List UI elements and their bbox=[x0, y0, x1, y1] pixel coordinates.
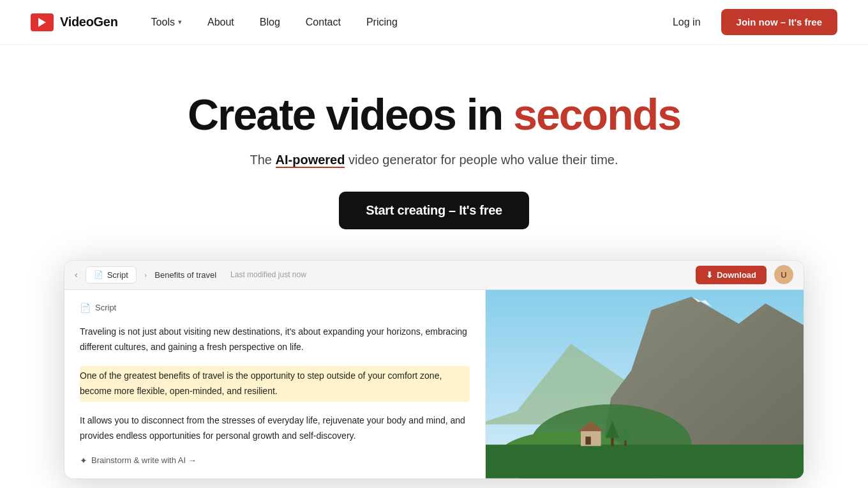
media-panel bbox=[486, 290, 804, 478]
window-body: 📄 Script Traveling is not just about vis… bbox=[64, 290, 804, 478]
demo-container: ‹ 📄 Script › Benefits of travel Last mod… bbox=[0, 260, 868, 479]
brainstorm-link[interactable]: ✦ Brainstorm & write with AI → bbox=[80, 455, 470, 466]
start-creating-button[interactable]: Start creating – It's free bbox=[339, 192, 529, 229]
login-link[interactable]: Log in bbox=[662, 11, 711, 33]
logo[interactable]: VideoGen bbox=[31, 13, 118, 31]
download-button[interactable]: ⬇ Download bbox=[696, 266, 767, 284]
nav-pricing[interactable]: Pricing bbox=[356, 11, 408, 33]
hero-subtext: The AI-powered video generator for peopl… bbox=[250, 153, 618, 167]
last-modified-label: Last modified just now bbox=[230, 270, 306, 279]
nav-links: Tools ▾ About Blog Contact Pricing bbox=[141, 11, 408, 33]
nav-left: VideoGen Tools ▾ About Blog Contact Pric… bbox=[31, 11, 408, 33]
user-avatar: U bbox=[774, 265, 793, 284]
tab-script[interactable]: 📄 Script bbox=[86, 266, 137, 284]
demo-window: ‹ 📄 Script › Benefits of travel Last mod… bbox=[64, 260, 804, 479]
script-tab-icon: 📄 bbox=[94, 270, 103, 279]
svg-rect-10 bbox=[611, 436, 613, 446]
hero-heading-prefix: Create videos in bbox=[188, 90, 502, 139]
script-paragraph-3: It allows you to disconnect from the str… bbox=[80, 413, 470, 444]
navbar: VideoGen Tools ▾ About Blog Contact Pric… bbox=[0, 0, 868, 45]
hero-heading-accent: seconds bbox=[513, 90, 680, 139]
download-label: Download bbox=[717, 270, 756, 280]
nav-contact[interactable]: Contact bbox=[296, 11, 351, 33]
hero-heading: Create videos in seconds bbox=[188, 91, 680, 139]
hero-section: Create videos in seconds The AI-powered … bbox=[0, 45, 868, 260]
nav-tools[interactable]: Tools ▾ bbox=[141, 11, 192, 33]
script-panel: 📄 Script Traveling is not just about vis… bbox=[64, 290, 486, 478]
svg-rect-9 bbox=[585, 436, 590, 445]
nav-about[interactable]: About bbox=[197, 11, 244, 33]
script-label: Script bbox=[95, 303, 116, 312]
ai-powered-link[interactable]: AI-powered bbox=[276, 153, 345, 168]
tab-label: Script bbox=[107, 270, 128, 280]
download-icon: ⬇ bbox=[706, 270, 713, 280]
breadcrumb-separator: › bbox=[144, 270, 147, 280]
nav-blog[interactable]: Blog bbox=[250, 11, 290, 33]
logo-icon bbox=[31, 13, 54, 31]
svg-rect-6 bbox=[486, 445, 804, 478]
brainstorm-icon: ✦ bbox=[80, 455, 87, 466]
window-chrome: ‹ 📄 Script › Benefits of travel Last mod… bbox=[64, 261, 804, 290]
back-button[interactable]: ‹ bbox=[75, 270, 78, 280]
brand-name: VideoGen bbox=[60, 15, 118, 29]
brainstorm-label: Brainstorm & write with AI → bbox=[91, 455, 197, 465]
hero-sub-suffix: video generator for people who value the… bbox=[348, 153, 618, 167]
chevron-down-icon: ▾ bbox=[178, 18, 182, 26]
breadcrumb-page: Benefits of travel bbox=[154, 270, 216, 280]
nav-right: Log in Join now – It's free bbox=[662, 9, 837, 35]
hero-sub-prefix: The bbox=[250, 153, 272, 167]
script-paragraph-1: Traveling is not just about visiting new… bbox=[80, 324, 470, 355]
join-button[interactable]: Join now – It's free bbox=[721, 9, 837, 35]
script-panel-label: 📄 Script bbox=[80, 303, 470, 313]
script-paragraph-2: One of the greatest benefits of travel i… bbox=[80, 366, 470, 402]
video-preview bbox=[486, 290, 804, 478]
script-icon: 📄 bbox=[80, 303, 91, 313]
